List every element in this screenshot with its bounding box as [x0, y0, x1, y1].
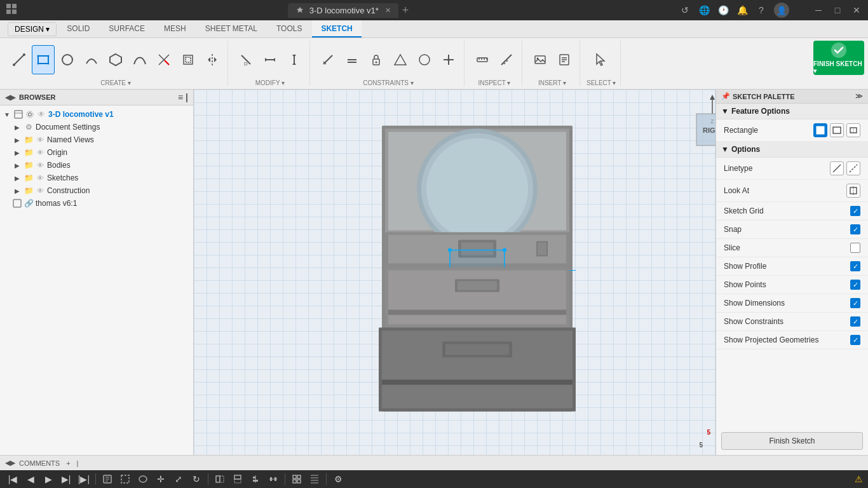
finish-sketch-palette-btn[interactable]: Finish Sketch — [721, 432, 863, 450]
move-btn[interactable]: ✛ — [153, 471, 168, 487]
trim-tool-btn[interactable] — [153, 45, 175, 74]
tab-sketch[interactable]: SKETCH — [312, 20, 361, 37]
grid-view-btn[interactable] — [289, 471, 304, 487]
line-tool-btn[interactable] — [8, 45, 31, 74]
recover-icon[interactable]: ↺ — [679, 4, 691, 17]
close-btn[interactable]: ✕ — [850, 4, 863, 17]
slice-checkbox[interactable] — [850, 243, 860, 253]
active-document-tab[interactable]: 3-D locomotive v1* ✕ — [288, 3, 398, 18]
close-tab-icon[interactable]: ✕ — [385, 6, 391, 15]
sketch-grid-checkbox[interactable]: ✓ — [850, 206, 860, 216]
clock-icon[interactable]: 🕐 — [717, 4, 729, 17]
comments-add-icon[interactable]: + — [66, 459, 70, 467]
measure-btn[interactable] — [471, 45, 494, 74]
comments-toggle-icon[interactable]: ◀▶ — [5, 459, 15, 467]
tree-arrow-bodies[interactable]: ▶ — [13, 161, 22, 170]
arc-tool-btn[interactable] — [80, 45, 103, 74]
mirror-x-btn[interactable] — [212, 471, 227, 487]
align-btn[interactable] — [248, 471, 263, 487]
show-profile-control[interactable]: ✓ — [850, 261, 860, 271]
tree-item-thomas[interactable]: 🔗 thomas v6:1 — [0, 197, 193, 210]
mirror-y-btn[interactable] — [230, 471, 245, 487]
box-select-btn[interactable] — [118, 471, 133, 487]
polygon-tool-btn[interactable] — [104, 45, 127, 74]
feature-options-header[interactable]: ▼ Feature Options — [716, 104, 868, 119]
offset-tool-btn[interactable] — [177, 45, 200, 74]
maximize-btn[interactable]: □ — [831, 4, 844, 17]
tree-item-bodies[interactable]: ▶ 📁 👁 Bodies — [0, 159, 193, 172]
tree-eye-icon-root[interactable]: 👁 — [37, 110, 46, 119]
browser-settings-icon[interactable]: ≡ — [178, 92, 183, 102]
go-to-end-btn[interactable]: |▶| — [76, 471, 92, 487]
rectangle-filled-btn[interactable] — [813, 123, 827, 137]
play-btn[interactable]: ▶ — [41, 471, 56, 487]
scale-btn[interactable]: ⤢ — [171, 471, 186, 487]
rectangle-center-btn[interactable] — [846, 123, 860, 137]
web-icon[interactable]: 🌐 — [698, 4, 710, 17]
rectangle-outline-btn[interactable] — [830, 123, 844, 137]
viewport[interactable]: Place first corner Z RIGHT 5 5 📌 SKETCH … — [194, 90, 868, 455]
palette-expand-icon[interactable]: ≫ — [855, 92, 863, 100]
tree-arrow-doc-settings[interactable]: ▶ — [13, 123, 22, 132]
linetype-btn2[interactable] — [846, 161, 860, 175]
circle-constraint-btn[interactable] — [413, 45, 436, 74]
mirror-tool-btn[interactable] — [201, 45, 224, 74]
tree-arrow-named-views[interactable]: ▶ — [13, 135, 22, 144]
options-header[interactable]: ▼ Options — [716, 142, 868, 158]
triangle-constraint-btn[interactable] — [389, 45, 412, 74]
keyframe-btn[interactable] — [100, 471, 115, 487]
tree-eye-origin[interactable]: 👁 — [36, 148, 44, 157]
grid-dots-btn[interactable] — [307, 471, 322, 487]
circle-tool-btn[interactable] — [56, 45, 79, 74]
status-settings-icon[interactable]: ⚙ — [330, 471, 346, 487]
bell-icon[interactable]: 🔔 — [736, 4, 749, 17]
tree-eye-named-views[interactable]: 👁 — [36, 135, 44, 144]
cross-constraint-btn[interactable] — [437, 45, 460, 74]
tree-item-origin[interactable]: ▶ 📁 👁 Origin — [0, 146, 193, 159]
horizontal-tool-btn[interactable] — [259, 45, 281, 74]
tree-arrow-construction[interactable]: ▶ — [13, 186, 22, 195]
help-icon[interactable]: ? — [755, 4, 768, 17]
vertical-tool-btn[interactable] — [283, 45, 306, 74]
tree-item-construction[interactable]: ▶ 📁 👁 Construction — [0, 184, 193, 197]
tree-eye-bodies[interactable]: 👁 — [36, 161, 44, 170]
select-tool-btn[interactable] — [590, 45, 613, 74]
go-to-start-btn[interactable]: |◀ — [5, 471, 20, 487]
tree-arrow-sketches[interactable]: ▶ — [13, 173, 22, 182]
tree-eye-sketches[interactable]: 👁 — [36, 173, 44, 182]
lasso-select-btn[interactable] — [135, 471, 151, 487]
show-projected-control[interactable]: ✓ — [850, 335, 860, 345]
tab-tools[interactable]: TOOLS — [268, 20, 311, 37]
slice-control[interactable] — [850, 243, 860, 253]
show-points-checkbox[interactable]: ✓ — [850, 280, 860, 290]
show-constraints-control[interactable]: ✓ — [850, 316, 860, 327]
tab-mesh[interactable]: MESH — [155, 20, 195, 37]
look-at-btn[interactable] — [846, 184, 860, 198]
snap-control[interactable]: ✓ — [850, 224, 860, 234]
constraint2-btn[interactable] — [341, 45, 363, 74]
finish-sketch-ribbon-btn[interactable]: FINISH SKETCH ▾ — [813, 41, 864, 75]
tree-item-named-views[interactable]: ▶ 📁 👁 Named Views — [0, 133, 193, 146]
tree-arrow-root[interactable]: ▼ — [3, 110, 11, 119]
tree-item-doc-settings[interactable]: ▶ ⚙ Document Settings — [0, 121, 193, 133]
tree-eye-construction[interactable]: 👁 — [36, 186, 44, 195]
ruler-btn[interactable] — [495, 45, 518, 74]
lock-constraint-btn[interactable] — [365, 45, 388, 74]
step-forward-btn[interactable]: ▶| — [58, 471, 74, 487]
rectangle-tool-btn[interactable] — [32, 45, 55, 74]
dimension-tool-btn[interactable]: D — [234, 45, 257, 74]
step-back-btn[interactable]: ◀ — [23, 471, 38, 487]
snap-checkbox[interactable]: ✓ — [850, 224, 860, 234]
tab-solid[interactable]: SOLID — [58, 20, 98, 37]
rotate-btn[interactable]: ↻ — [189, 471, 204, 487]
show-dimensions-control[interactable]: ✓ — [850, 298, 860, 308]
show-dimensions-checkbox[interactable]: ✓ — [850, 298, 860, 308]
tab-sheet-metal[interactable]: SHEET METAL — [196, 20, 266, 37]
show-constraints-checkbox[interactable]: ✓ — [850, 316, 860, 327]
avatar[interactable]: 👤 — [774, 3, 789, 18]
tree-item-sketches[interactable]: ▶ 📁 👁 Sketches — [0, 172, 193, 184]
distribute-btn[interactable] — [266, 471, 281, 487]
tab-surface[interactable]: SURFACE — [100, 20, 154, 37]
spline-tool-btn[interactable] — [128, 45, 151, 74]
palette-pin-icon[interactable]: 📌 — [721, 92, 730, 100]
